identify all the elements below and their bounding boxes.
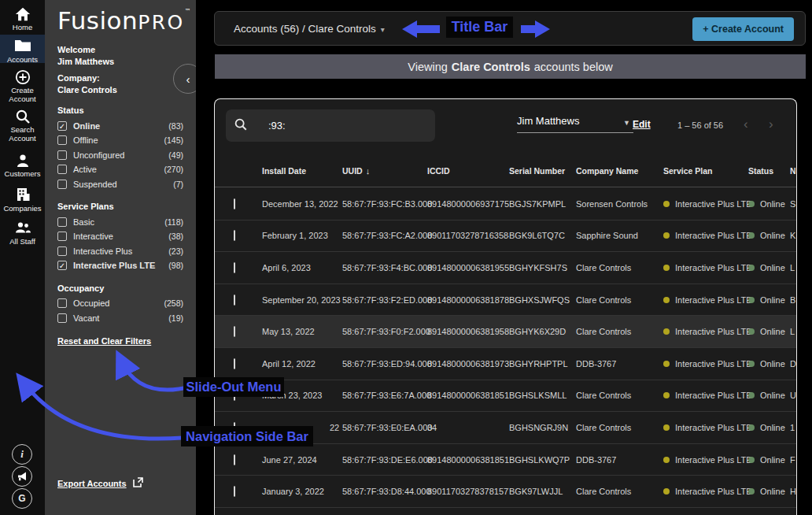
row-checkbox[interactable] (234, 326, 235, 337)
table-row[interactable]: April 12, 2022 58:67:7F:93:ED:94.000 891… (215, 348, 797, 380)
search-input[interactable] (268, 120, 410, 132)
filter-option-label: Active (73, 165, 164, 174)
table-row[interactable]: 22 58:67:7F:93:E0:EA.000 34 BGHSNGRJ9N C… (215, 412, 797, 444)
col-n[interactable]: N (790, 166, 797, 176)
reset-filters-link[interactable]: Reset and Clear Filters (57, 336, 151, 346)
cell-company-name: Clare Controls (576, 391, 663, 400)
col-uuid[interactable]: UUID↓ (342, 166, 427, 176)
table-row[interactable]: March 23, 2023 58:67:7F:93:E6:7A.000 891… (215, 380, 797, 413)
person-icon (14, 153, 31, 169)
table-row[interactable]: September 20, 2023 58:67:7F:93:F2:ED.000… (215, 284, 797, 317)
checkbox-icon[interactable] (57, 121, 67, 131)
cell-install-date: June 27, 2024 (262, 455, 342, 465)
filter-option[interactable]: Offline (145) (57, 133, 183, 148)
export-accounts[interactable]: Export Accounts (57, 476, 143, 491)
pagination-text: 1 – 56 of 56 (677, 120, 723, 130)
row-checkbox[interactable] (234, 486, 235, 497)
filter-option[interactable]: Interactive Plus LTE (98) (57, 258, 183, 273)
user-select[interactable]: Jim Matthews ▼ (517, 115, 633, 133)
table-row[interactable]: February 1, 2023 58:67:7F:93:FC:A2.000 8… (215, 220, 797, 253)
row-checkbox[interactable] (234, 454, 235, 465)
sidebar-item-home[interactable]: Home (0, 6, 45, 32)
checkbox-icon[interactable] (57, 135, 67, 145)
checkbox-icon[interactable] (57, 150, 67, 160)
checkbox-icon[interactable] (57, 232, 67, 241)
cell-iccid: 8914800000638195851 (427, 327, 509, 336)
sidebar-item-all-staff[interactable]: All Staff (0, 220, 45, 246)
checkbox-icon[interactable] (57, 217, 67, 227)
filter-option-label: Offline (73, 135, 164, 145)
table-row[interactable]: April 6, 2023 58:67:7F:93:F4:BC.000 8914… (215, 252, 797, 284)
app-window: Home Accounts Create Account Search Acco… (0, 0, 812, 515)
filter-option[interactable]: Basic (118) (57, 214, 183, 229)
sidebar-item-label: Customers (0, 170, 45, 179)
search-box[interactable] (226, 109, 435, 142)
status-dot-icon (748, 201, 755, 207)
cell-uuid: 58:67:7F:93:E6:7A.000 (342, 391, 427, 400)
cell-serial-number: BGK9L6TQ7C (509, 231, 576, 240)
row-checkbox[interactable] (234, 198, 235, 209)
checkbox-icon[interactable] (57, 313, 67, 323)
filter-options: Basic (118) Interactive (38) Interactive… (57, 214, 183, 272)
col-status[interactable]: Status (748, 166, 790, 176)
filter-option[interactable]: Occupied (258) (57, 296, 183, 311)
checkbox-icon[interactable] (57, 298, 67, 308)
export-accounts-link[interactable]: Export Accounts (57, 479, 127, 488)
cell-service-plan: Interactive Plus LTE (663, 295, 748, 305)
sidebar-item-search-account[interactable]: Search Account (0, 109, 45, 143)
title-bar: Accounts (56) / Clare Controls▾ + Create… (214, 11, 806, 46)
sidebar-item-customers[interactable]: Customers (0, 153, 45, 179)
previous-page-icon[interactable]: ‹ (744, 117, 748, 132)
create-account-button[interactable]: + Create Account (692, 17, 794, 41)
cell-company-name: Clare Controls (576, 263, 663, 272)
row-checkbox[interactable] (234, 295, 235, 306)
cell-service-plan: Interactive Plus LTE (663, 487, 748, 496)
next-page-icon[interactable]: › (769, 117, 773, 132)
checkbox-icon[interactable] (57, 246, 67, 256)
row-checkbox[interactable] (234, 230, 235, 241)
logout-icon[interactable]: G (12, 488, 32, 509)
edit-link[interactable]: Edit (633, 119, 651, 130)
checkbox-icon[interactable] (57, 261, 67, 270)
filter-options: Occupied (258) Vacant (19) (57, 296, 183, 325)
row-checkbox[interactable] (234, 390, 235, 401)
sidebar-item-companies[interactable]: Companies (0, 187, 45, 213)
filter-option[interactable]: Unconfigured (49) (57, 148, 183, 163)
sidebar-item-create-account[interactable]: Create Account (0, 69, 45, 104)
cell-iccid: 8914800000638185154 (427, 455, 509, 465)
checkbox-icon[interactable] (57, 165, 67, 174)
filter-option[interactable]: Interactive (38) (57, 229, 183, 244)
cell-status: Online (748, 487, 790, 496)
row-checkbox[interactable] (234, 422, 235, 433)
col-iccid[interactable]: ICCID (427, 166, 509, 176)
checkbox-icon[interactable] (57, 180, 67, 189)
filter-section-title: Status (57, 106, 183, 115)
sidebar-item-accounts[interactable]: Accounts (0, 35, 45, 63)
breadcrumb[interactable]: Accounts (56) / Clare Controls▾ (234, 23, 385, 35)
info-icon[interactable]: i (12, 444, 32, 465)
status-dot-icon (748, 424, 755, 431)
table-row[interactable]: December 13, 2022 58:67:7F:93:FC:B3.000 … (215, 188, 797, 220)
col-service-plan[interactable]: Service Plan (663, 166, 748, 176)
cell-install-date: September 20, 2023 (262, 295, 342, 305)
col-serial-number[interactable]: Serial Number (509, 166, 576, 176)
filter-sections: Status Online (83) Offline (145) Unconfi… (57, 106, 183, 325)
row-checkbox[interactable] (234, 358, 235, 369)
col-company-name[interactable]: Company Name (576, 166, 663, 176)
filter-option[interactable]: Suspended (7) (57, 177, 183, 192)
filter-option[interactable]: Vacant (19) (57, 310, 183, 325)
filter-option[interactable]: Interactive Plus (23) (57, 244, 183, 259)
cell-service-plan: Interactive Plus LTE (663, 359, 748, 369)
table-row[interactable]: January 3, 2022 58:67:7F:93:D8:44.000 89… (215, 476, 797, 508)
filter-option[interactable]: Active (270) (57, 162, 183, 177)
filter-option[interactable]: Online (83) (57, 118, 183, 133)
cell-status: Online (748, 263, 790, 272)
table-row[interactable]: June 27, 2024 58:67:7F:93:DE:E6.000 8914… (215, 444, 797, 476)
col-install-date[interactable]: Install Date (262, 166, 342, 176)
cell-company-name: Clare Controls (576, 327, 663, 336)
row-checkbox[interactable] (234, 262, 235, 273)
table-row[interactable]: May 13, 2022 58:67:7F:93:F0:F2.000 89148… (215, 316, 797, 348)
megaphone-icon[interactable] (12, 466, 32, 487)
filter-option-label: Occupied (73, 298, 164, 308)
chevron-down-icon: ▼ (623, 119, 630, 127)
